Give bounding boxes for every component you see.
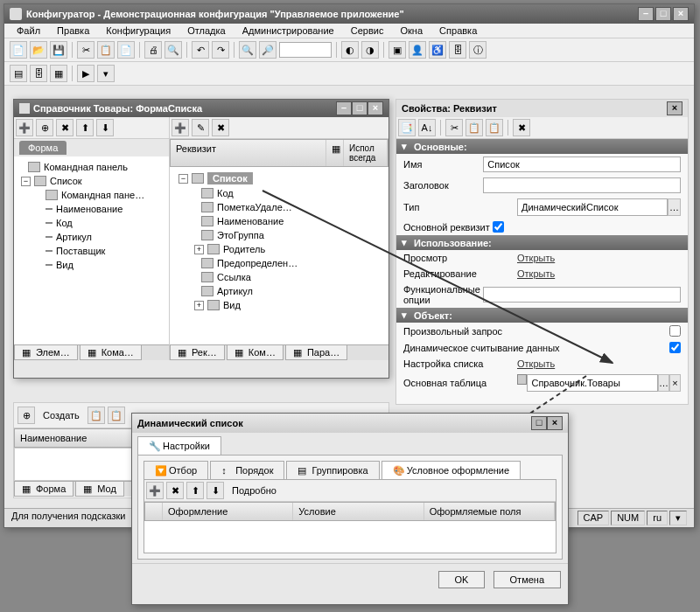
col-uslovie[interactable]: Условие (293, 503, 424, 520)
prop-funcopt-input[interactable] (483, 287, 681, 303)
prop-osntab-input[interactable] (527, 374, 657, 392)
menu-help[interactable]: Справка (432, 24, 484, 38)
clear-button[interactable]: × (669, 374, 681, 392)
section-main[interactable]: ▾Основные: (396, 139, 688, 154)
form-min-button[interactable]: – (336, 101, 352, 115)
form-max-button[interactable]: □ (352, 101, 368, 115)
tree-item[interactable]: ПометкаУдале… (173, 200, 385, 214)
search-icon[interactable]: 🔍 (239, 41, 256, 59)
save-icon[interactable]: 💾 (50, 41, 67, 59)
tab-gruppirovka[interactable]: ▤Группировка (286, 461, 379, 479)
tree-item[interactable]: ЭтоГруппа (173, 228, 385, 242)
tab-nastroyki[interactable]: 🔧Настройки (137, 436, 221, 455)
section-use[interactable]: ▾Использование: (396, 235, 688, 250)
down2-icon[interactable]: ⬇ (206, 482, 224, 499)
tree-item[interactable]: +Родитель (173, 242, 385, 256)
up2-icon[interactable]: ⬆ (186, 482, 204, 499)
menu-file[interactable]: Файл (10, 24, 47, 38)
bottom-tab-kom[interactable]: ▦Ком… (227, 345, 284, 360)
clear-icon[interactable]: ✖ (513, 119, 530, 136)
collapse-icon[interactable]: ▾ (402, 141, 410, 152)
cancel-button[interactable]: Отмена (494, 571, 561, 588)
section-object[interactable]: ▾Объект: (396, 308, 688, 323)
tool-a-icon[interactable]: ◐ (341, 41, 359, 59)
tree-item[interactable]: Командная пане… (18, 188, 165, 202)
col-check[interactable] (145, 503, 163, 520)
cut-icon[interactable]: ✂ (77, 41, 94, 59)
dialog-max-button[interactable]: □ (531, 416, 547, 430)
tree-item[interactable]: Вид (18, 258, 165, 272)
copy-icon[interactable]: 📋 (97, 41, 115, 59)
ellipsis-button[interactable]: … (668, 198, 681, 216)
prop-dynread-check[interactable] (669, 342, 681, 353)
menu-debug[interactable]: Отладка (180, 24, 232, 38)
paste-icon[interactable]: 📄 (117, 41, 135, 59)
tab-uslovnoe[interactable]: 🎨Условное оформление (382, 461, 521, 479)
tree-item[interactable]: Код (173, 186, 385, 200)
tree-item[interactable]: Артикул (173, 284, 385, 298)
menu-config[interactable]: Конфигурация (99, 24, 178, 38)
preview-icon[interactable]: 🔍 (164, 41, 182, 59)
close-button[interactable]: × (673, 7, 689, 21)
status-lang[interactable]: ru (647, 511, 668, 525)
edit-icon[interactable]: ✎ (192, 119, 209, 136)
up-icon[interactable]: ⬆ (76, 119, 94, 136)
new-icon[interactable]: 📄 (10, 41, 27, 59)
menu-edit[interactable]: Правка (50, 24, 96, 38)
menu-admin[interactable]: Администрирование (235, 24, 341, 38)
expand-icon[interactable]: + (194, 301, 204, 310)
add-row-icon[interactable]: ➕ (146, 482, 164, 499)
redo-icon[interactable]: ↷ (212, 41, 229, 59)
toolbar2-c-icon[interactable]: ▦ (50, 65, 67, 82)
ok-button[interactable]: OK (438, 571, 486, 588)
prop-nastroyka-link[interactable]: Открыть (517, 358, 555, 369)
undo-icon[interactable]: ↶ (192, 41, 209, 59)
add-child-icon[interactable]: ⊕ (36, 119, 53, 136)
sort-az-icon[interactable]: A↓ (418, 119, 436, 136)
bottom-tab-forma[interactable]: ▦Форма (14, 482, 74, 497)
grid-body[interactable] (144, 521, 556, 553)
bottom-tab-para[interactable]: ▦Пара… (285, 345, 347, 360)
paste3-icon[interactable]: 📋 (486, 119, 503, 136)
dialog-close-button[interactable]: × (547, 416, 563, 430)
menu-service[interactable]: Сервис (344, 24, 391, 38)
col-rekvizit[interactable]: Реквизит (171, 140, 326, 166)
toolbar2-a-icon[interactable]: ▤ (10, 65, 27, 82)
prop-prosmotr-link[interactable]: Открыть (517, 253, 555, 263)
prop-tip-input[interactable] (517, 198, 668, 216)
detail-label[interactable]: Подробно (227, 485, 282, 496)
print-icon[interactable]: 🖨 (144, 41, 162, 59)
tab-form[interactable]: Форма (19, 141, 66, 155)
prop-zag-input[interactable] (483, 177, 681, 193)
minimize-button[interactable]: – (638, 7, 654, 21)
tree-item[interactable]: Предопределен… (173, 256, 385, 270)
status-dropdown-icon[interactable]: ▾ (669, 511, 687, 525)
bottom-tab-mod[interactable]: ▦Мод (75, 482, 124, 497)
delete-icon[interactable]: ✖ (212, 119, 229, 136)
add-icon[interactable]: ➕ (16, 119, 33, 136)
col-ispol[interactable]: Испол всегда (344, 140, 388, 166)
maximize-button[interactable]: □ (655, 7, 671, 21)
props-close-button[interactable]: × (667, 101, 682, 115)
expand-icon[interactable]: + (194, 245, 204, 254)
tree-item[interactable]: Код (18, 216, 165, 230)
tree-item[interactable]: −Список (173, 170, 385, 186)
delete-icon[interactable]: ✖ (56, 119, 74, 136)
down-icon[interactable]: ⬇ (96, 119, 114, 136)
create-icon[interactable]: ⊕ (18, 407, 35, 424)
tool-c-icon[interactable]: ▣ (388, 41, 406, 59)
tree-item[interactable]: Поставщик (18, 244, 165, 258)
tree-item[interactable]: Артикул (18, 230, 165, 244)
add-icon[interactable]: ➕ (172, 119, 189, 136)
col-icon[interactable]: ▦ (326, 140, 344, 166)
prop-mainrekv-check[interactable] (493, 221, 504, 233)
toolbar2-b-icon[interactable]: 🗄 (30, 65, 47, 82)
paste2-icon[interactable]: 📋 (108, 407, 125, 424)
tree-item[interactable]: −Список (18, 174, 165, 188)
tab-otbor[interactable]: 🔽Отбор (144, 461, 208, 479)
copy3-icon[interactable]: 📋 (466, 119, 483, 136)
tree-item[interactable]: Наименование (173, 214, 385, 228)
sort-cat-icon[interactable]: 📑 (398, 119, 416, 136)
zoom-combo[interactable] (279, 42, 332, 58)
tool-f-icon[interactable]: 🗄 (449, 41, 466, 59)
